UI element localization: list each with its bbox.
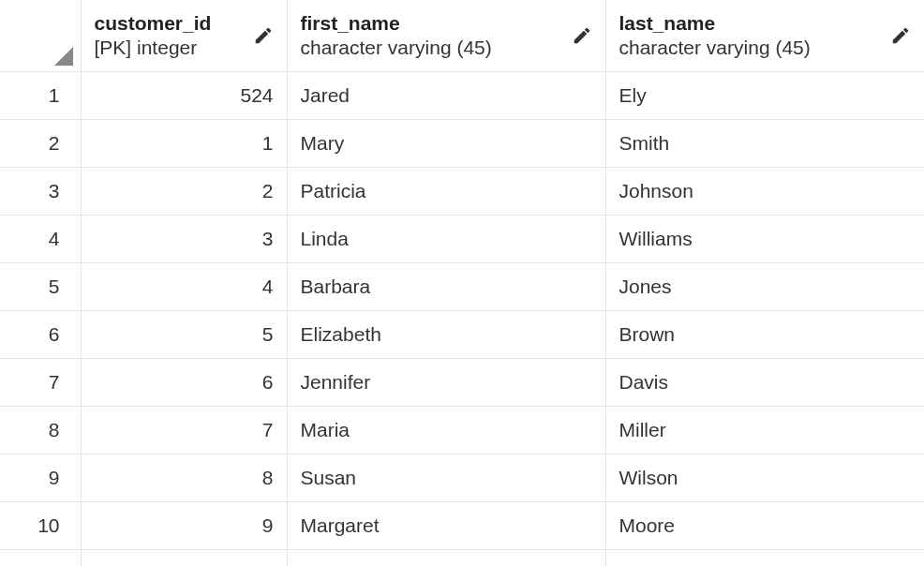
- cell-first-name[interactable]: Maria: [287, 406, 605, 454]
- table-row[interactable]: 32PatriciaJohnson: [0, 167, 924, 215]
- cell-first-name[interactable]: Linda: [287, 215, 605, 262]
- row-number-cell[interactable]: 10: [0, 501, 81, 549]
- table-row[interactable]: 21MarySmith: [0, 119, 924, 167]
- cell-customer-id[interactable]: 3: [81, 215, 287, 262]
- cell-first-name[interactable]: Susan: [287, 454, 605, 501]
- pencil-icon[interactable]: [253, 25, 274, 46]
- cell-last-name[interactable]: Brown: [605, 310, 924, 358]
- column-name: first_name: [301, 11, 492, 36]
- cell-last-name[interactable]: Williams: [605, 215, 924, 262]
- cell-customer-id[interactable]: 2: [81, 167, 287, 215]
- cell-first-name[interactable]: Barbara: [287, 262, 605, 310]
- table-row[interactable]: 76JenniferDavis: [0, 358, 924, 406]
- cell-first-name[interactable]: Mary: [287, 119, 605, 167]
- row-number-cell[interactable]: 3: [0, 167, 81, 215]
- select-all-triangle-icon[interactable]: [54, 47, 73, 66]
- cell-customer-id[interactable]: 10: [81, 549, 287, 566]
- cell-customer-id[interactable]: 524: [81, 71, 287, 119]
- cell-last-name[interactable]: Wilson: [605, 454, 924, 501]
- column-header-customer-id[interactable]: customer_id [PK] integer: [81, 0, 287, 71]
- table-row[interactable]: 43LindaWilliams: [0, 215, 924, 262]
- cell-last-name[interactable]: Davis: [605, 358, 924, 406]
- table-row[interactable]: 109MargaretMoore: [0, 501, 924, 549]
- cell-last-name[interactable]: Moore: [605, 501, 924, 549]
- row-number-cell[interactable]: 1: [0, 71, 81, 119]
- row-number-cell[interactable]: 6: [0, 310, 81, 358]
- cell-last-name[interactable]: Ely: [605, 71, 924, 119]
- cell-customer-id[interactable]: 4: [81, 262, 287, 310]
- column-header-first-name[interactable]: first_name character varying (45): [287, 0, 605, 71]
- cell-first-name[interactable]: Jennifer: [287, 358, 605, 406]
- table-row[interactable]: 54BarbaraJones: [0, 262, 924, 310]
- table-row[interactable]: 87MariaMiller: [0, 406, 924, 454]
- table-row[interactable]: 1524JaredEly: [0, 71, 924, 119]
- row-number-header[interactable]: [0, 0, 81, 71]
- cell-last-name[interactable]: Jones: [605, 262, 924, 310]
- row-number-cell[interactable]: 5: [0, 262, 81, 310]
- column-header-last-name[interactable]: last_name character varying (45): [605, 0, 924, 71]
- column-type: [PK] integer: [95, 36, 212, 60]
- column-type: character varying (45): [301, 36, 492, 60]
- row-number-cell[interactable]: 2: [0, 119, 81, 167]
- results-table: customer_id [PK] integer first_name char…: [0, 0, 924, 566]
- cell-first-name[interactable]: Margaret: [287, 501, 605, 549]
- cell-customer-id[interactable]: 7: [81, 406, 287, 454]
- table-row[interactable]: 65ElizabethBrown: [0, 310, 924, 358]
- cell-last-name[interactable]: Smith: [605, 119, 924, 167]
- cell-last-name[interactable]: Taylor: [605, 549, 924, 566]
- cell-last-name[interactable]: Miller: [605, 406, 924, 454]
- row-number-cell[interactable]: 9: [0, 454, 81, 501]
- column-type: character varying (45): [619, 36, 811, 60]
- cell-first-name[interactable]: Elizabeth: [287, 310, 605, 358]
- cell-customer-id[interactable]: 1: [81, 119, 287, 167]
- cell-customer-id[interactable]: 6: [81, 358, 287, 406]
- table-header-row: customer_id [PK] integer first_name char…: [0, 0, 924, 71]
- row-number-cell[interactable]: 7: [0, 358, 81, 406]
- cell-customer-id[interactable]: 5: [81, 310, 287, 358]
- table-row[interactable]: 98SusanWilson: [0, 454, 924, 501]
- data-grid: customer_id [PK] integer first_name char…: [0, 0, 924, 566]
- column-name: last_name: [619, 11, 811, 36]
- cell-customer-id[interactable]: 9: [81, 501, 287, 549]
- row-number-cell[interactable]: 8: [0, 406, 81, 454]
- table-row[interactable]: 1110DorothyTaylor: [0, 549, 924, 566]
- cell-first-name[interactable]: Jared: [287, 71, 605, 119]
- pencil-icon[interactable]: [572, 25, 592, 46]
- pencil-icon[interactable]: [890, 25, 911, 46]
- cell-first-name[interactable]: Dorothy: [287, 549, 605, 566]
- row-number-cell[interactable]: 11: [0, 549, 81, 566]
- cell-last-name[interactable]: Johnson: [605, 167, 924, 215]
- cell-customer-id[interactable]: 8: [81, 454, 287, 501]
- row-number-cell[interactable]: 4: [0, 215, 81, 262]
- column-name: customer_id: [95, 11, 212, 36]
- cell-first-name[interactable]: Patricia: [287, 167, 605, 215]
